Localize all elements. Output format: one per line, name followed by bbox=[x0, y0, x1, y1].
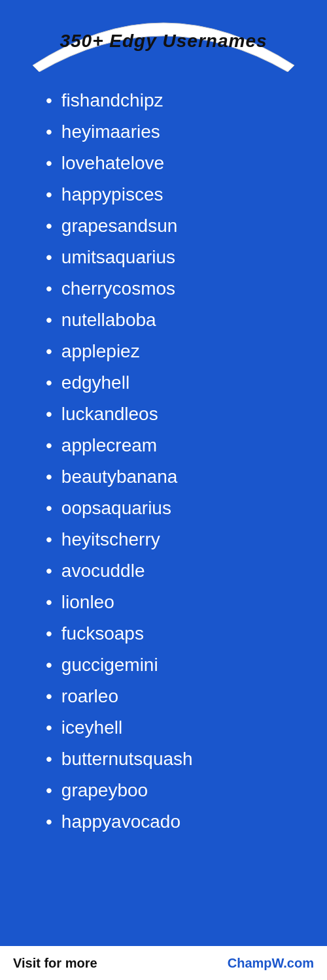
list-item: happypisces bbox=[46, 179, 301, 210]
list-item: avocuddle bbox=[46, 555, 301, 587]
svg-text:350+ Edgy Usernames: 350+ Edgy Usernames bbox=[60, 31, 267, 51]
list-item: oopsaquarius bbox=[46, 493, 301, 524]
list-item: happyavocado bbox=[46, 806, 301, 838]
list-item: lovehatelove bbox=[46, 148, 301, 179]
list-item: heyitscherry bbox=[46, 524, 301, 555]
list-item: lionleo bbox=[46, 587, 301, 618]
list-item: heyimaaries bbox=[46, 116, 301, 148]
banner-container: 350+ Edgy Usernames bbox=[0, 0, 327, 72]
list-item: iceyhell bbox=[46, 712, 301, 743]
list-item: fishandchipz bbox=[46, 85, 301, 116]
list-item: grapeyboo bbox=[46, 775, 301, 806]
footer-site-label: ChampW.com bbox=[228, 956, 314, 971]
list-item: butternutsquash bbox=[46, 743, 301, 775]
list-item: luckandleos bbox=[46, 399, 301, 430]
list-item: umitsaquarius bbox=[46, 242, 301, 273]
list-item: applecream bbox=[46, 430, 301, 461]
list-item: beautybanana bbox=[46, 461, 301, 493]
list-item: cherrycosmos bbox=[46, 273, 301, 304]
list-item: guccigemini bbox=[46, 649, 301, 681]
banner-arch: 350+ Edgy Usernames bbox=[26, 0, 301, 72]
list-item: edgyhell bbox=[46, 367, 301, 399]
footer-visit-label: Visit for more bbox=[13, 956, 97, 971]
list-item: applepiez bbox=[46, 336, 301, 367]
list-item: fucksoaps bbox=[46, 618, 301, 649]
footer: Visit for more ChampW.com bbox=[0, 946, 327, 980]
list-item: roarleo bbox=[46, 681, 301, 712]
list-item: grapesandsun bbox=[46, 210, 301, 242]
list-item: nutellaboba bbox=[46, 304, 301, 336]
username-list: fishandchipzheyimaarieslovehatelovehappy… bbox=[0, 72, 327, 946]
